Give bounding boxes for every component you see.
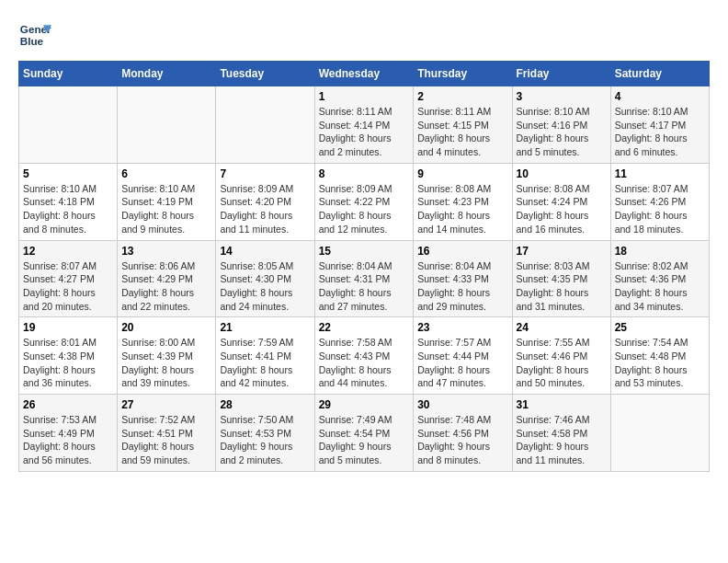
daylight: Daylight: 8 hours and 27 minutes.	[319, 287, 392, 312]
sunset: Sunset: 4:54 PM	[319, 428, 391, 439]
calendar-cell: 21 Sunrise: 7:59 AM Sunset: 4:41 PM Dayl…	[216, 317, 314, 395]
sunrise: Sunrise: 8:10 AM	[615, 106, 688, 117]
calendar-cell	[118, 86, 216, 164]
sunrise: Sunrise: 8:09 AM	[220, 183, 293, 194]
calendar-cell: 20 Sunrise: 8:00 AM Sunset: 4:39 PM Dayl…	[118, 317, 216, 395]
day-info: Sunrise: 8:10 AM Sunset: 4:19 PM Dayligh…	[121, 182, 211, 236]
sunset: Sunset: 4:16 PM	[517, 120, 588, 131]
sunrise: Sunrise: 7:59 AM	[220, 337, 293, 348]
day-number: 16	[417, 245, 507, 258]
calendar-cell: 29 Sunrise: 7:49 AM Sunset: 4:54 PM Dayl…	[314, 395, 414, 472]
calendar-cell	[216, 86, 314, 164]
daylight: Daylight: 8 hours and 2 minutes.	[319, 132, 392, 157]
day-number: 8	[319, 167, 410, 180]
sunset: Sunset: 4:19 PM	[121, 196, 193, 207]
day-number: 26	[23, 398, 113, 411]
day-info: Sunrise: 8:07 AM Sunset: 4:26 PM Dayligh…	[615, 182, 705, 236]
calendar-cell: 5 Sunrise: 8:10 AM Sunset: 4:18 PM Dayli…	[19, 163, 118, 240]
sunset: Sunset: 4:27 PM	[23, 273, 95, 284]
calendar-cell: 19 Sunrise: 8:01 AM Sunset: 4:38 PM Dayl…	[19, 317, 118, 395]
sunrise: Sunrise: 7:52 AM	[121, 414, 195, 425]
day-number: 5	[23, 167, 113, 180]
day-header-monday: Monday	[118, 62, 216, 86]
sunrise: Sunrise: 8:11 AM	[319, 106, 392, 117]
daylight: Daylight: 8 hours and 24 minutes.	[220, 287, 292, 312]
sunrise: Sunrise: 8:10 AM	[121, 183, 195, 194]
day-number: 1	[319, 90, 410, 103]
day-header-sunday: Sunday	[19, 62, 118, 86]
page-header: General Blue	[18, 18, 710, 52]
calendar-cell: 6 Sunrise: 8:10 AM Sunset: 4:19 PM Dayli…	[118, 163, 216, 240]
day-number: 30	[417, 398, 507, 411]
calendar-table: SundayMondayTuesdayWednesdayThursdayFrid…	[18, 61, 710, 472]
day-info: Sunrise: 8:04 AM Sunset: 4:33 PM Dayligh…	[417, 259, 507, 314]
day-header-friday: Friday	[512, 62, 610, 86]
daylight: Daylight: 9 hours and 11 minutes.	[517, 441, 589, 465]
sunrise: Sunrise: 8:04 AM	[319, 260, 392, 271]
day-number: 6	[121, 167, 211, 180]
daylight: Daylight: 8 hours and 4 minutes.	[417, 132, 490, 157]
sunset: Sunset: 4:18 PM	[23, 196, 95, 207]
calendar-cell: 2 Sunrise: 8:11 AM Sunset: 4:15 PM Dayli…	[414, 86, 512, 164]
calendar-week-3: 12 Sunrise: 8:07 AM Sunset: 4:27 PM Dayl…	[19, 240, 710, 317]
sunrise: Sunrise: 7:54 AM	[615, 337, 688, 348]
sunrise: Sunrise: 7:53 AM	[23, 414, 97, 425]
sunrise: Sunrise: 8:07 AM	[23, 260, 97, 271]
day-number: 22	[319, 321, 410, 334]
calendar-cell: 7 Sunrise: 8:09 AM Sunset: 4:20 PM Dayli…	[216, 163, 314, 240]
daylight: Daylight: 8 hours and 47 minutes.	[417, 364, 490, 389]
calendar-week-2: 5 Sunrise: 8:10 AM Sunset: 4:18 PM Dayli…	[19, 163, 710, 240]
sunset: Sunset: 4:48 PM	[615, 350, 687, 362]
day-number: 14	[220, 245, 310, 258]
daylight: Daylight: 8 hours and 9 minutes.	[121, 210, 194, 235]
day-info: Sunrise: 7:59 AM Sunset: 4:41 PM Dayligh…	[220, 336, 310, 390]
calendar-cell: 30 Sunrise: 7:48 AM Sunset: 4:56 PM Dayl…	[414, 395, 512, 472]
day-info: Sunrise: 7:49 AM Sunset: 4:54 PM Dayligh…	[319, 413, 410, 467]
sunset: Sunset: 4:58 PM	[517, 428, 588, 439]
day-number: 25	[615, 321, 705, 334]
calendar-cell: 1 Sunrise: 8:11 AM Sunset: 4:14 PM Dayli…	[314, 86, 414, 164]
day-info: Sunrise: 8:09 AM Sunset: 4:22 PM Dayligh…	[319, 182, 410, 236]
day-number: 15	[319, 245, 410, 258]
sunset: Sunset: 4:41 PM	[220, 350, 291, 362]
sunset: Sunset: 4:46 PM	[517, 350, 588, 362]
day-header-thursday: Thursday	[414, 62, 512, 86]
sunrise: Sunrise: 7:46 AM	[517, 414, 590, 425]
sunset: Sunset: 4:51 PM	[121, 428, 193, 439]
day-info: Sunrise: 7:52 AM Sunset: 4:51 PM Dayligh…	[121, 413, 211, 467]
daylight: Daylight: 8 hours and 8 minutes.	[23, 210, 96, 235]
day-info: Sunrise: 7:54 AM Sunset: 4:48 PM Dayligh…	[615, 336, 705, 390]
daylight: Daylight: 8 hours and 11 minutes.	[220, 210, 292, 235]
sunset: Sunset: 4:17 PM	[615, 120, 687, 131]
calendar-week-1: 1 Sunrise: 8:11 AM Sunset: 4:14 PM Dayli…	[19, 86, 710, 164]
calendar-cell: 26 Sunrise: 7:53 AM Sunset: 4:49 PM Dayl…	[19, 395, 118, 472]
calendar-cell: 18 Sunrise: 8:02 AM Sunset: 4:36 PM Dayl…	[610, 240, 709, 317]
day-number: 29	[319, 398, 410, 411]
calendar-cell: 23 Sunrise: 7:57 AM Sunset: 4:44 PM Dayl…	[414, 317, 512, 395]
daylight: Daylight: 9 hours and 2 minutes.	[220, 441, 292, 465]
calendar-cell: 25 Sunrise: 7:54 AM Sunset: 4:48 PM Dayl…	[610, 317, 709, 395]
sunset: Sunset: 4:23 PM	[417, 196, 489, 207]
sunrise: Sunrise: 7:50 AM	[220, 414, 293, 425]
daylight: Daylight: 8 hours and 36 minutes.	[23, 364, 96, 389]
day-number: 28	[220, 398, 310, 411]
sunrise: Sunrise: 8:03 AM	[517, 260, 590, 271]
daylight: Daylight: 8 hours and 44 minutes.	[319, 364, 392, 389]
sunrise: Sunrise: 7:58 AM	[319, 337, 392, 348]
day-info: Sunrise: 8:02 AM Sunset: 4:36 PM Dayligh…	[615, 259, 705, 314]
sunrise: Sunrise: 7:57 AM	[417, 337, 491, 348]
sunrise: Sunrise: 8:01 AM	[23, 337, 97, 348]
day-info: Sunrise: 8:06 AM Sunset: 4:29 PM Dayligh…	[121, 259, 211, 314]
calendar-cell: 24 Sunrise: 7:55 AM Sunset: 4:46 PM Dayl…	[512, 317, 610, 395]
day-info: Sunrise: 8:03 AM Sunset: 4:35 PM Dayligh…	[517, 259, 607, 314]
sunrise: Sunrise: 8:02 AM	[615, 260, 688, 271]
sunset: Sunset: 4:26 PM	[615, 196, 687, 207]
day-info: Sunrise: 8:11 AM Sunset: 4:15 PM Dayligh…	[417, 105, 507, 159]
day-number: 10	[517, 167, 607, 180]
daylight: Daylight: 8 hours and 29 minutes.	[417, 287, 490, 312]
daylight: Daylight: 9 hours and 5 minutes.	[319, 441, 392, 465]
sunset: Sunset: 4:33 PM	[417, 273, 489, 284]
sunset: Sunset: 4:15 PM	[417, 120, 489, 131]
daylight: Daylight: 8 hours and 20 minutes.	[23, 287, 96, 312]
daylight: Daylight: 8 hours and 16 minutes.	[517, 210, 589, 235]
